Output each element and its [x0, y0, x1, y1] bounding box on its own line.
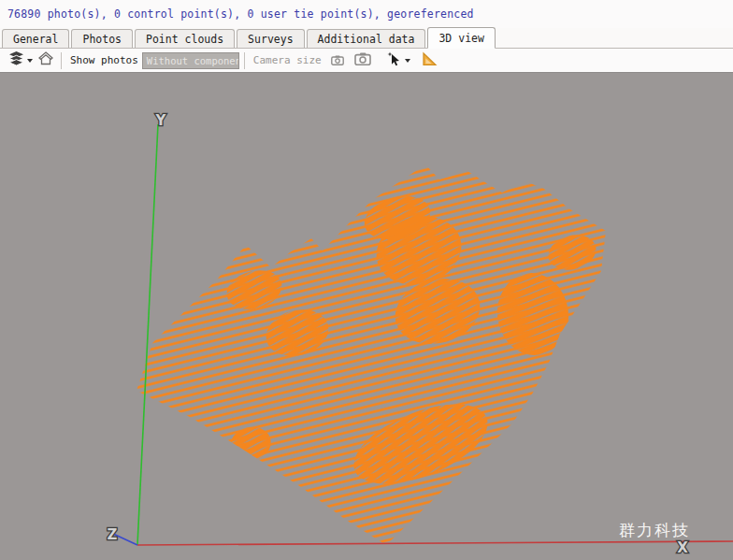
- photogrammetry-app-window: 76890 photo(s), 0 control point(s), 0 us…: [0, 0, 733, 560]
- block-summary-bar: 76890 photo(s), 0 control point(s), 0 us…: [0, 0, 733, 28]
- camera-large-icon: [354, 51, 371, 69]
- block-summary-text: 76890 photo(s), 0 control point(s), 0 us…: [7, 7, 474, 21]
- y-axis-label: Y: [155, 112, 167, 129]
- camera-small-icon: [331, 51, 344, 69]
- home-icon: [38, 51, 53, 69]
- x-axis-label: X: [677, 539, 688, 556]
- measure-triangle-icon: [421, 51, 438, 70]
- tab-surveys[interactable]: Surveys: [237, 29, 304, 48]
- home-view-button[interactable]: [38, 51, 53, 69]
- select-pointer-icon: [387, 51, 402, 70]
- layers-button[interactable]: [8, 51, 33, 69]
- tab-photos[interactable]: Photos: [71, 29, 133, 48]
- selection-tool-button[interactable]: [387, 51, 410, 70]
- camera-size-small-button[interactable]: [331, 51, 344, 69]
- viewport-3d[interactable]: Y Z X 群力科技: [0, 73, 733, 560]
- camera-size-large-button[interactable]: [354, 51, 371, 69]
- view-toolbar: Show photos Without component Camera siz…: [0, 49, 733, 73]
- viewport-3d-canvas: Y Z X 群力科技: [0, 73, 733, 560]
- tab-3d-view[interactable]: 3D view: [427, 27, 495, 49]
- layers-icon: [8, 51, 24, 69]
- show-photos-label: Show photos: [70, 54, 138, 66]
- vendor-watermark: 群力科技: [619, 521, 690, 539]
- tab-additional-data[interactable]: Additional data: [307, 29, 426, 48]
- chevron-down-icon: [27, 59, 33, 63]
- chevron-down-icon: [405, 59, 410, 63]
- toolbar-separator: [61, 52, 62, 69]
- z-axis-label: Z: [108, 526, 118, 543]
- measure-tool-button[interactable]: [421, 51, 438, 70]
- tab-strip: General Photos Point clouds Surveys Addi…: [0, 28, 733, 49]
- component-filter-value: Without component: [147, 55, 239, 66]
- tab-general[interactable]: General: [2, 29, 69, 48]
- tab-point-clouds[interactable]: Point clouds: [135, 29, 235, 48]
- component-filter-dropdown[interactable]: Without component: [142, 52, 239, 69]
- toolbar-separator: [244, 52, 245, 69]
- camera-size-label: Camera size: [253, 54, 322, 66]
